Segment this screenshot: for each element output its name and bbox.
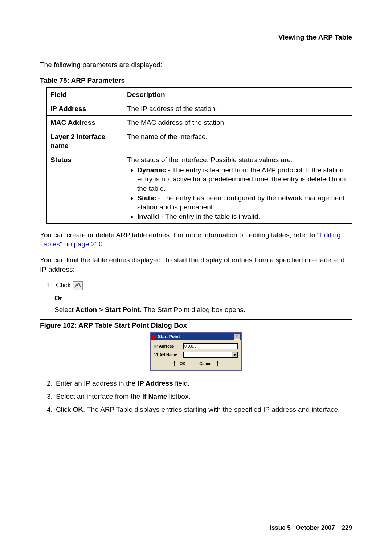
bold-term: OK [73,406,83,413]
menu-path: Action > Start Point [75,306,140,313]
table-caption: Table 75: ARP Parameters [40,76,352,85]
text-fragment: You can create or delete ARP table entri… [40,231,317,239]
row-desc: The IP address of the station. [123,102,352,116]
footer-issue: Issue 5 [270,524,291,531]
page-footer: Issue 5 October 2007 229 [270,524,352,532]
row-field: Status [50,156,72,164]
footer-date: October 2007 [296,524,335,531]
dialog-body: IP Adrress VLAN Name OK Cancel [151,340,241,370]
vlan-name-select[interactable] [183,352,238,358]
table-row: MAC Address The MAC address of the stati… [47,116,352,130]
status-dynamic-label: Dynamic [137,166,166,174]
step-2: Enter an IP address in the IP Address fi… [54,379,352,388]
arp-parameters-table: Field Description IP Address The IP addr… [46,87,352,224]
status-invalid-label: Invalid [137,213,159,220]
start-point-toolbar-icon[interactable] [73,281,83,290]
text-fragment: . The Start Point dialog box opens. [140,306,245,313]
figure-rule [40,319,352,320]
dialog-row-ip: IP Adrress [154,343,238,349]
table-row-status: Status The status of the interface. Poss… [47,153,352,223]
ip-address-label: IP Adrress [154,344,183,349]
text-fragment: Enter an IP address in the [56,379,138,387]
close-icon[interactable]: × [234,334,240,340]
dialog-titlebar: Start Point × [151,333,241,340]
text-fragment: listbox. [167,393,190,400]
dialog-app-icon [152,335,156,339]
row-desc: The MAC address of the station. [123,116,352,130]
step-3: Select an interface from the If Name lis… [54,392,352,401]
col-header-field: Field [47,87,123,102]
section-header: Viewing the ARP Table [40,33,352,42]
figure-dialog-wrap: Start Point × IP Adrress VLAN Name OK [40,332,352,371]
status-intro: The status of the interface. Possible st… [127,156,293,164]
chevron-down-icon[interactable] [232,352,237,357]
start-point-dialog: Start Point × IP Adrress VLAN Name OK [150,332,242,371]
dialog-row-vlan: VLAN Name [154,352,238,358]
status-invalid-desc: - The entry in the table is invalid. [159,213,260,220]
list-item: Invalid - The entry in the table is inva… [137,212,348,221]
ip-address-input[interactable] [183,343,238,349]
list-item: Dynamic - The entry is learned from the … [137,165,348,193]
dialog-buttons: OK Cancel [154,361,238,366]
status-static-desc: - The entry has been configured by the n… [137,194,344,211]
list-item: Static - The entry has been configured b… [137,193,348,212]
vlan-name-label: VLAN Name [154,352,183,358]
or-separator: Or [54,294,352,303]
intro-paragraph: The following parameters are displayed: [40,60,352,70]
text-fragment: Click [56,281,73,289]
row-desc: The name of the interface. [123,130,352,153]
step-4: Click OK. The ARP Table displays entries… [54,405,352,414]
col-header-description: Description [123,87,352,102]
text-fragment: . [103,240,105,248]
bold-term: IP Address [138,379,173,387]
text-fragment: . [83,281,85,289]
table-header-row: Field Description [47,87,352,102]
paragraph-limit-entries: You can limit the table entries displaye… [40,255,352,274]
document-page: Viewing the ARP Table The following para… [0,0,392,554]
step-1: Click . [54,280,352,290]
steps-list-continued: Enter an IP address in the IP Address fi… [40,379,352,414]
dialog-title-text: Start Point [158,334,180,340]
table-row: IP Address The IP address of the station… [47,102,352,116]
status-static-label: Static [137,194,156,202]
row-desc-status: The status of the interface. Possible st… [123,153,352,223]
paragraph-edit-tables: You can create or delete ARP table entri… [40,230,352,249]
text-fragment: field. [173,379,189,387]
text-fragment: Select an interface from the [56,393,142,400]
row-field: IP Address [50,105,86,112]
row-field: MAC Address [50,119,95,126]
footer-page-number: 229 [342,524,352,531]
figure-caption: Figure 102: ARP Table Start Point Dialog… [40,321,352,330]
table-row: Layer 2 Interface name The name of the i… [47,130,352,153]
ok-button[interactable]: OK [174,361,191,366]
bold-term: If Name [142,393,167,400]
step-1-alt: Select Action > Start Point. The Start P… [54,305,352,315]
text-fragment: Click [56,406,73,413]
text-fragment: . The ARP Table displays entries startin… [83,406,340,413]
steps-list-first: Click . [40,280,352,290]
text-fragment: Select [54,306,75,313]
status-dynamic-desc: - The entry is learned from the ARP prot… [137,166,346,192]
row-field: Layer 2 Interface name [50,133,105,150]
cancel-button[interactable]: Cancel [194,361,218,366]
